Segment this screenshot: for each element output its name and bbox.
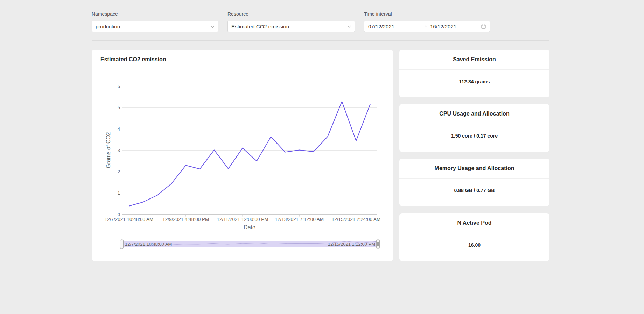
svg-text:2: 2 — [118, 169, 120, 174]
svg-text:3: 3 — [118, 148, 120, 153]
svg-text:12/7/2021 10:48:00 AM: 12/7/2021 10:48:00 AM — [125, 242, 172, 247]
svg-text:4: 4 — [118, 126, 120, 132]
svg-text:12/9/2021 4:48:00 PM: 12/9/2021 4:48:00 PM — [162, 217, 209, 222]
svg-text:12/13/2021 7:12:00 AM: 12/13/2021 7:12:00 AM — [275, 217, 324, 222]
svg-text:12/15/2021 1:12:00 PM: 12/15/2021 1:12:00 PM — [328, 242, 375, 247]
svg-text:1: 1 — [118, 190, 120, 196]
svg-text:Grams of CO2: Grams of CO2 — [105, 132, 111, 168]
svg-text:5: 5 — [118, 105, 120, 110]
svg-text:12/15/2021 2:24:00 AM: 12/15/2021 2:24:00 AM — [332, 217, 381, 222]
svg-text:12/11/2021 12:00:00 PM: 12/11/2021 12:00:00 PM — [217, 217, 268, 222]
svg-text:Date: Date — [244, 224, 255, 230]
svg-text:0: 0 — [118, 212, 120, 217]
svg-text:6: 6 — [118, 84, 120, 89]
svg-text:12/7/2021 10:48:00 AM: 12/7/2021 10:48:00 AM — [105, 217, 154, 222]
